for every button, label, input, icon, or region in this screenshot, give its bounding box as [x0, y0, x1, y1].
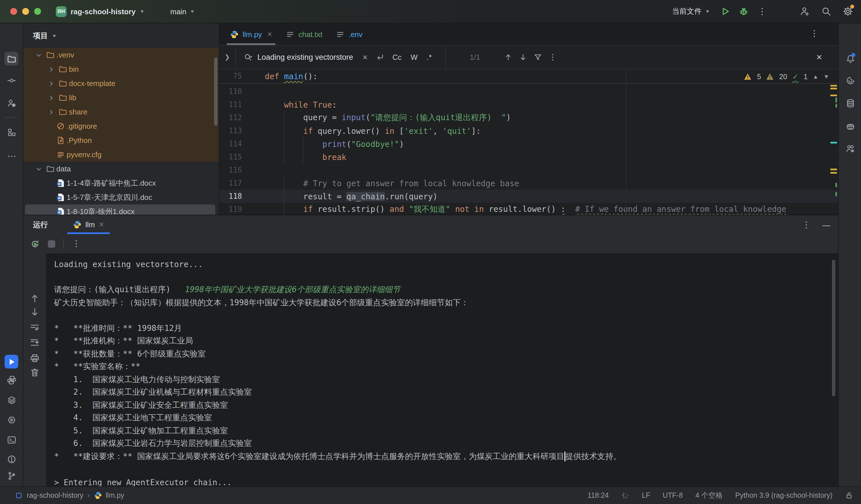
ai-chat-icon[interactable] — [843, 120, 857, 133]
structure-icon[interactable] — [4, 125, 18, 139]
clear-search-icon[interactable]: ✕ — [362, 53, 368, 61]
close-window-button[interactable] — [10, 8, 17, 15]
chevron-collapsed-icon[interactable] — [49, 81, 54, 86]
previous-problem-icon[interactable]: ▲ — [812, 73, 818, 80]
minimize-window-button[interactable] — [22, 8, 29, 15]
words-toggle[interactable]: W — [411, 53, 418, 62]
line-number[interactable]: 119 — [219, 205, 251, 214]
tree-item[interactable]: .Python — [23, 133, 219, 148]
add-user-icon[interactable] — [800, 6, 810, 16]
more-icon[interactable] — [4, 149, 18, 163]
previous-occurrence-icon[interactable] — [504, 53, 512, 62]
console-scrollbar[interactable] — [832, 260, 835, 396]
code-line-113[interactable]: 113 if query.lower() in ['exit', 'quit']… — [219, 124, 838, 137]
inspection-mark[interactable] — [830, 95, 837, 96]
run-icon[interactable] — [4, 355, 18, 368]
inspection-mark[interactable] — [835, 192, 837, 196]
tree-item[interactable]: W1-8-10章-徐州1.docx — [23, 204, 219, 215]
clear-icon[interactable] — [30, 367, 40, 378]
inspection-mark[interactable] — [830, 168, 837, 170]
close-run-tab-icon[interactable]: ✕ — [99, 221, 104, 228]
breadcrumb-file[interactable]: llm.py — [106, 491, 124, 500]
line-number[interactable]: 112 — [219, 113, 251, 122]
tree-item[interactable]: W1-5-7章-天津北京四川.doc — [23, 190, 219, 204]
version-control-icon[interactable] — [4, 469, 18, 482]
regex-toggle[interactable]: .* — [427, 53, 432, 62]
run-tab-llm[interactable]: llm ✕ — [67, 215, 110, 234]
tree-item[interactable]: pyvenv.cfg — [23, 148, 219, 162]
hide-panel-icon[interactable]: — — [822, 220, 830, 229]
expand-replace-icon[interactable]: ❯ — [219, 54, 235, 61]
line-number[interactable]: 114 — [219, 139, 251, 148]
tree-item[interactable]: share — [23, 105, 219, 119]
code-line-111[interactable]: 111 while True: — [219, 98, 838, 111]
soft-wrap-icon[interactable] — [30, 322, 40, 332]
print-icon[interactable] — [30, 353, 40, 363]
console-output[interactable]: Loading existing vectorstore...请您提问：(输入q… — [46, 254, 838, 487]
editor-annotation-bar[interactable] — [830, 69, 837, 215]
filter-search-icon[interactable] — [534, 53, 542, 62]
next-problem-icon[interactable]: ▼ — [823, 73, 829, 80]
code-line-114[interactable]: 114 print("Goodbye!") — [219, 137, 838, 150]
tab-chat.txt[interactable]: chat.txt — [279, 23, 329, 45]
chevron-expanded-icon[interactable] — [36, 52, 42, 58]
search-options-icon[interactable] — [244, 53, 253, 62]
line-number[interactable]: 75 — [219, 72, 251, 80]
search-input[interactable]: Loading existing vectorstore — [257, 53, 353, 62]
scroll-down-icon[interactable] — [30, 307, 40, 317]
debug-icon[interactable] — [739, 6, 749, 16]
python-interpreter[interactable]: Python 3.9 (rag-school-history) — [735, 491, 833, 500]
line-number[interactable]: 117 — [219, 179, 251, 187]
run-icon[interactable] — [720, 6, 730, 16]
search-everywhere-icon[interactable] — [821, 6, 831, 16]
code-line-116[interactable]: 116 — [219, 163, 838, 177]
code-line-112[interactable]: 112 query = input("请您提问：(输入quit退出程序) ") — [219, 111, 838, 124]
services-icon[interactable] — [4, 393, 18, 407]
code-line-115[interactable]: 115 break — [219, 150, 838, 163]
chevron-collapsed-icon[interactable] — [49, 109, 54, 115]
chevron-collapsed-icon[interactable] — [49, 66, 54, 72]
line-ending[interactable]: LF — [642, 491, 650, 500]
tab-llm.py[interactable]: llm.py✕ — [223, 23, 279, 45]
close-search-icon[interactable]: ✕ — [816, 53, 822, 62]
editor-tabs-more-icon[interactable] — [810, 29, 819, 38]
inspection-mark[interactable] — [835, 104, 837, 108]
pull-requests-icon[interactable]: ? — [4, 96, 18, 110]
console-more-icon[interactable] — [72, 239, 81, 248]
python-console-icon[interactable] — [4, 373, 18, 387]
project-icon[interactable] — [4, 52, 18, 66]
stop-icon[interactable] — [48, 240, 55, 247]
rerun-icon[interactable] — [30, 239, 40, 249]
settings-gear-icon[interactable] — [843, 6, 853, 16]
notifications-icon[interactable] — [843, 52, 857, 66]
tree-item[interactable]: docx-template — [23, 76, 219, 91]
terminal-icon[interactable] — [4, 433, 18, 447]
inspection-mark[interactable] — [830, 172, 837, 174]
chevron-expanded-icon[interactable] — [36, 166, 42, 172]
scroll-up-icon[interactable] — [30, 293, 40, 303]
tree-item[interactable]: lib — [23, 91, 219, 105]
line-number[interactable]: 115 — [219, 153, 251, 161]
maximize-window-button[interactable] — [34, 8, 41, 15]
search-more-icon[interactable] — [548, 53, 557, 62]
line-number[interactable]: 116 — [219, 166, 251, 174]
project-tree-scrollbar[interactable] — [214, 57, 218, 126]
indent-setting[interactable]: 4 个空格 — [695, 491, 723, 500]
line-number[interactable]: 118 — [219, 192, 251, 201]
run-panel-more-icon[interactable] — [802, 220, 811, 229]
inspection-mark[interactable] — [835, 97, 837, 103]
tree-item[interactable]: bin — [23, 62, 219, 76]
tree-item[interactable]: data — [23, 162, 219, 176]
next-occurrence-icon[interactable] — [519, 53, 527, 62]
caret-position[interactable]: 118:24 — [588, 491, 609, 500]
file-encoding[interactable]: UTF-8 — [662, 491, 683, 500]
inspection-mark[interactable] — [830, 142, 837, 144]
code-line-110[interactable]: 110 — [219, 85, 838, 98]
project-widget[interactable]: RH rag-school-history ▼ — [56, 6, 145, 17]
tree-item[interactable]: .gitignore — [23, 119, 219, 133]
unlock-icon[interactable] — [845, 491, 853, 500]
match-case-toggle[interactable]: Cc — [392, 53, 401, 62]
problems-icon[interactable] — [4, 452, 18, 466]
ai-assistant-icon[interactable] — [843, 73, 857, 87]
breadcrumb-project[interactable]: rag-school-history — [27, 491, 83, 500]
